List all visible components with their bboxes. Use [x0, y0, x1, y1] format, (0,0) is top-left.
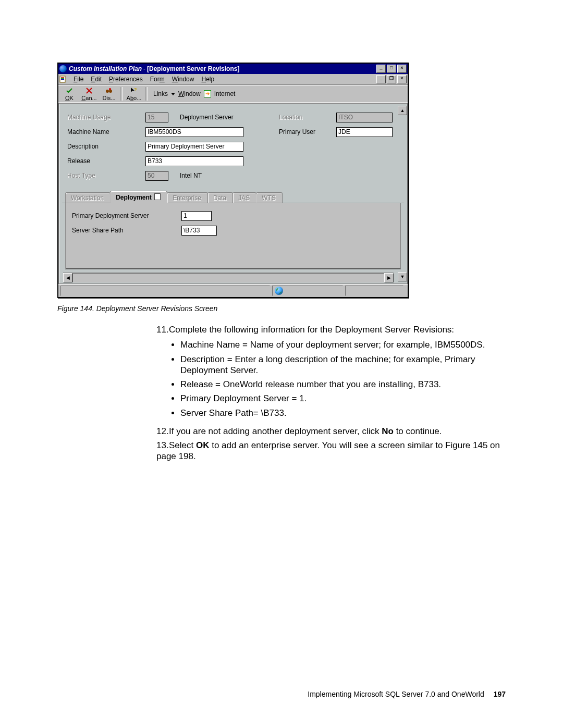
ok-button[interactable]: OK — [59, 86, 79, 102]
primary-user-field[interactable]: JDE — [336, 127, 393, 137]
menu-file[interactable]: File — [70, 75, 87, 83]
tab-enterprise[interactable]: Enterprise — [167, 192, 208, 203]
location-label: Location — [279, 114, 331, 121]
scroll-up-button[interactable]: ▲ — [398, 106, 407, 115]
page-footer: Implementing Microsoft SQL Server 7.0 an… — [308, 690, 506, 698]
tool-window-link[interactable]: Window — [178, 90, 201, 97]
release-field[interactable]: B733 — [145, 156, 243, 166]
tab-data[interactable]: Data — [207, 192, 233, 203]
title-document: [Deployment Server Revisions] — [147, 65, 239, 72]
about-button[interactable]: ? Abo... — [124, 86, 144, 102]
bullet-description: Description = Enter a long description o… — [180, 354, 506, 376]
tool-internet-link[interactable]: Internet — [214, 90, 236, 97]
menu-form[interactable]: Form — [146, 75, 168, 83]
svg-rect-2 — [61, 78, 64, 79]
menubar: File Edit Preferences Form Window Help _… — [58, 74, 408, 85]
step-13: 13.Select OK to add an enterprise server… — [156, 440, 506, 462]
new-doc-icon — [154, 193, 161, 200]
primary-deploy-label: Primary Deployment Server — [72, 212, 176, 219]
toolbar: OK Can... Dis... ? Abo... Links Window ➔ — [58, 85, 408, 103]
scroll-down-button[interactable]: ▼ — [398, 272, 407, 281]
location-field: ITSO — [336, 113, 393, 122]
display-button[interactable]: Dis... — [99, 86, 119, 102]
machine-usage-field: 15 — [145, 113, 168, 122]
check-icon — [66, 87, 73, 94]
status-cell-1 — [60, 286, 270, 296]
document-icon — [59, 76, 68, 83]
share-path-field[interactable]: \B733 — [181, 226, 217, 236]
x-icon — [86, 87, 92, 94]
menu-edit[interactable]: Edit — [87, 75, 105, 83]
tab-wts[interactable]: WTS — [256, 192, 283, 203]
description-field[interactable]: Primary Deployment Server — [145, 142, 243, 152]
header-form: Machine Usage 15 Deployment Server Locat… — [62, 107, 404, 188]
page-number: 197 — [494, 690, 506, 698]
step-12: 12.If you are not adding another deploym… — [156, 426, 506, 437]
share-path-label: Server Share Path — [72, 227, 176, 234]
statusbar — [58, 284, 408, 297]
machine-name-field[interactable]: IBM5500DS — [145, 127, 243, 137]
mdi-close-button[interactable]: × — [397, 75, 407, 83]
machine-name-label: Machine Name — [67, 128, 140, 135]
figure-caption: Figure 144. Deployment Server Revisions … — [57, 304, 506, 313]
mdi-minimize-button[interactable]: _ — [376, 75, 386, 83]
menu-help[interactable]: Help — [198, 75, 218, 83]
primary-deploy-field[interactable]: 1 — [181, 211, 212, 221]
svg-rect-3 — [61, 79, 64, 80]
svg-point-8 — [109, 88, 111, 90]
bullet-release: Release = OneWorld release number that y… — [180, 379, 506, 390]
mdi-restore-button[interactable]: ❐ — [387, 75, 396, 83]
svg-point-6 — [106, 90, 109, 93]
cancel-button[interactable]: Can... — [79, 86, 99, 102]
step-11: 11.Complete the following information fo… — [156, 324, 506, 418]
scroll-right-button[interactable]: ▶ — [384, 273, 394, 282]
title-app: Custom Installation Plan — [69, 65, 142, 72]
maximize-button[interactable]: □ — [387, 65, 396, 73]
release-label: Release — [67, 157, 140, 165]
status-cell-3 — [345, 286, 403, 296]
menu-preferences[interactable]: Preferences — [105, 75, 146, 83]
instruction-text: 11.Complete the following information fo… — [156, 324, 506, 462]
primary-user-label: Primary User — [279, 128, 331, 135]
links-dropdown-icon[interactable] — [171, 93, 175, 95]
book-title: Implementing Microsoft SQL Server 7.0 an… — [308, 690, 484, 698]
svg-point-7 — [109, 90, 112, 93]
svg-rect-1 — [61, 77, 64, 78]
scroll-left-button[interactable]: ◀ — [63, 273, 72, 282]
tab-deployment[interactable]: Deployment — [110, 191, 167, 203]
window-title: Custom Installation Plan - [Deployment S… — [69, 65, 239, 72]
bullet-machine-name: Machine Name = Name of your deployment s… — [180, 339, 506, 350]
status-cell-2 — [272, 286, 343, 296]
menu-window[interactable]: Window — [168, 75, 198, 83]
app-icon — [59, 65, 67, 72]
links-label: Links — [153, 90, 168, 97]
host-type-label: Host Type — [67, 172, 140, 179]
deployment-tab-pane: Primary Deployment Server 1 Server Share… — [65, 203, 401, 269]
minimize-button[interactable]: _ — [376, 65, 386, 73]
svg-text:?: ? — [134, 87, 137, 92]
help-cursor-icon: ? — [130, 87, 138, 94]
bullet-primary: Primary Deployment Server = 1. — [180, 393, 506, 404]
app-window: Custom Installation Plan - [Deployment S… — [57, 63, 409, 298]
description-label: Description — [67, 143, 140, 150]
host-type-text: Intel NT — [180, 172, 202, 179]
internet-icon: ➔ — [204, 90, 211, 97]
bullet-share: Server Share Path= \B733. — [180, 408, 506, 418]
client-area: ▲ ▼ Machine Usage 15 Deployment Server L… — [58, 103, 408, 297]
hscroll-track[interactable] — [72, 273, 384, 282]
close-button[interactable]: × — [397, 65, 407, 73]
titlebar[interactable]: Custom Installation Plan - [Deployment S… — [58, 64, 408, 74]
machine-usage-text: Deployment Server — [180, 114, 234, 121]
binoculars-icon — [105, 87, 113, 94]
horizontal-scrollbar[interactable]: ◀ ▶ — [63, 273, 394, 282]
host-type-field: 50 — [145, 171, 168, 181]
globe-icon — [275, 287, 283, 295]
vertical-scrollbar[interactable]: ▲ ▼ — [398, 106, 406, 281]
machine-usage-label: Machine Usage — [67, 114, 140, 121]
tab-workstation[interactable]: Workstation — [65, 192, 111, 203]
tabstrip: Workstation Deployment Enterprise Data J… — [62, 190, 404, 203]
tab-jas[interactable]: JAS — [232, 192, 256, 203]
